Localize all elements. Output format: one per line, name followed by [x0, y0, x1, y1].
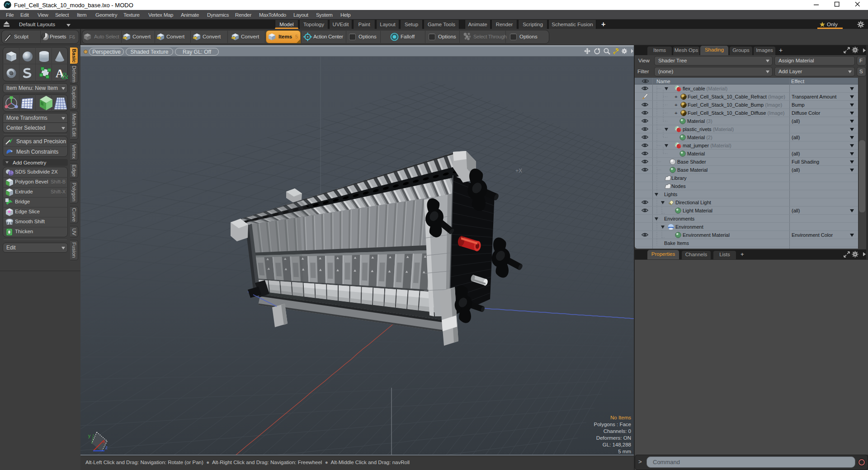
- svg-text:+X: +X: [515, 168, 522, 174]
- svg-text:x: x: [103, 439, 105, 444]
- svg-text:Channels: 0: Channels: 0: [604, 428, 631, 434]
- svg-text:z: z: [105, 445, 108, 450]
- svg-text:5 mm: 5 mm: [618, 449, 631, 454]
- svg-text:&: &: [61, 70, 68, 81]
- svg-text:Polygons : Face: Polygons : Face: [594, 422, 631, 427]
- svg-text:GL: 148,288: GL: 148,288: [603, 442, 631, 447]
- svg-text:Deformers: ON: Deformers: ON: [596, 435, 631, 441]
- svg-text:y: y: [88, 433, 91, 438]
- svg-text:No Items: No Items: [610, 415, 631, 420]
